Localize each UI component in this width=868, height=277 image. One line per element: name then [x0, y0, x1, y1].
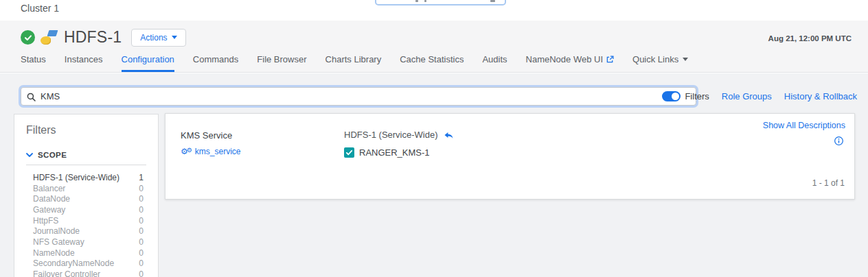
filters-panel: Filters SCOPE HDFS-1 (Service-Wide) 1 Ba…	[14, 114, 159, 277]
config-property-name: KMS Service	[181, 130, 232, 141]
scope-section-header[interactable]: SCOPE	[26, 151, 146, 159]
hdfs-flag-shape	[47, 30, 58, 36]
actions-button-label: Actions	[140, 33, 167, 43]
scope-filter-count: 0	[139, 184, 144, 193]
role-groups-link[interactable]: Role Groups	[722, 91, 772, 101]
hdfs-service-icon	[40, 30, 58, 45]
tab-charts-library[interactable]: Charts Library	[326, 54, 382, 72]
tab-cache-statistics[interactable]: Cache Statistics	[400, 54, 464, 72]
tab-quick-links-label: Quick Links	[632, 54, 678, 64]
scope-filter-datanode[interactable]: DataNode 0	[26, 193, 146, 204]
tab-audits[interactable]: Audits	[482, 54, 507, 72]
cutoff-artifact	[415, 0, 418, 2]
health-good-check-icon	[21, 30, 35, 45]
tab-bar: Status Instances Configuration Commands …	[21, 54, 688, 72]
current-time: Aug 21, 12:00 PM UTC	[768, 34, 852, 43]
filters-toggle[interactable]	[662, 91, 681, 101]
config-results-panel: Show All Descriptions KMS Service ⚙⚙ kms…	[165, 113, 855, 200]
search-input[interactable]	[21, 87, 696, 106]
scope-filter-httpfs[interactable]: HttpFS 0	[26, 215, 146, 226]
scope-filter-label: HDFS-1 (Service-Wide)	[33, 173, 119, 182]
breadcrumb-cluster[interactable]: Cluster 1	[21, 3, 59, 14]
config-toolbar: Filters Role Groups History & Rollback	[662, 91, 857, 101]
filters-panel-title: Filters	[26, 124, 146, 136]
cutoff-artifact	[424, 0, 426, 2]
cutoff-popover[interactable]	[375, 0, 506, 5]
tab-quick-links[interactable]: Quick Links	[632, 54, 688, 72]
scope-filter-count: 0	[139, 205, 144, 215]
scope-filter-count: 0	[139, 216, 144, 226]
chevron-down-icon	[683, 58, 688, 61]
scope-section-label: SCOPE	[38, 151, 67, 159]
gears-icon: ⚙⚙	[181, 147, 192, 156]
config-value-checkbox-row: RANGER_KMS-1	[344, 147, 430, 158]
scope-filter-failover-controller[interactable]: Failover Controller 0	[26, 269, 146, 277]
scope-filter-count: 0	[139, 194, 144, 204]
tab-instances[interactable]: Instances	[65, 54, 103, 72]
kms-checkbox[interactable]	[344, 147, 354, 158]
scope-filter-label: NFS Gateway	[33, 237, 84, 247]
chevron-down-icon	[26, 152, 33, 158]
scope-filter-label: Balancer	[33, 184, 65, 193]
tab-namenode-web-ui-label: NameNode Web UI	[526, 54, 603, 64]
scope-filter-balancer[interactable]: Balancer 0	[26, 183, 146, 194]
scope-filter-label: HttpFS	[33, 216, 58, 226]
scope-filter-label: JournalNode	[33, 226, 80, 236]
scope-filter-label: DataNode	[33, 194, 70, 204]
external-link-icon	[606, 56, 614, 63]
tab-commands[interactable]: Commands	[193, 54, 238, 72]
service-header: HDFS-1 Actions Aug 21, 12:00 PM UTC Stat…	[0, 21, 868, 73]
pagination-status: 1 - 1 of 1	[812, 178, 845, 188]
actions-button[interactable]: Actions	[131, 29, 185, 47]
search-icon	[27, 92, 36, 104]
scope-filter-nfs-gateway[interactable]: NFS Gateway 0	[26, 237, 146, 248]
scope-filter-count: 0	[139, 237, 144, 247]
scope-filter-hdfs-service-wide[interactable]: HDFS-1 (Service-Wide) 1	[26, 172, 146, 183]
scope-filter-label: Failover Controller	[33, 269, 100, 277]
tab-namenode-web-ui[interactable]: NameNode Web UI	[526, 54, 614, 72]
scope-filter-label: SecondaryNameNode	[33, 258, 114, 268]
show-all-descriptions-link[interactable]: Show All Descriptions	[763, 121, 845, 130]
config-search	[21, 87, 696, 106]
configuration-content: Filters Role Groups History & Rollback F…	[0, 73, 868, 277]
scope-value-label: HDFS-1 (Service-Wide)	[344, 130, 438, 140]
toggle-knob	[672, 93, 679, 100]
scope-filter-gateway[interactable]: Gateway 0	[26, 204, 146, 215]
scope-filter-label: NameNode	[33, 248, 75, 258]
filters-toggle-group: Filters	[662, 91, 709, 101]
scope-filter-count: 0	[139, 269, 144, 277]
scope-filter-count: 1	[139, 173, 144, 182]
kms-service-property-link[interactable]: kms_service	[195, 147, 241, 156]
service-title-row: HDFS-1 Actions	[21, 28, 186, 47]
kms-checkbox-label: RANGER_KMS-1	[359, 147, 430, 158]
config-value-scope: HDFS-1 (Service-Wide)	[344, 130, 454, 140]
scope-filter-namenode[interactable]: NameNode 0	[26, 248, 146, 258]
cutoff-artifact	[490, 0, 495, 2]
chevron-down-icon	[172, 36, 177, 39]
scope-filter-count: 0	[139, 258, 144, 268]
tab-configuration[interactable]: Configuration	[122, 54, 174, 72]
revert-arrow-icon[interactable]	[444, 130, 454, 140]
info-icon[interactable]	[834, 136, 844, 146]
scope-filter-label: Gateway	[33, 205, 65, 215]
page-title: HDFS-1	[64, 28, 122, 47]
history-rollback-link[interactable]: History & Rollback	[784, 91, 857, 101]
tab-file-browser[interactable]: File Browser	[257, 54, 306, 72]
tab-status[interactable]: Status	[21, 54, 46, 72]
scope-filter-journalnode[interactable]: JournalNode 0	[26, 226, 146, 237]
scope-filter-secondarynamenode[interactable]: SecondaryNameNode 0	[26, 258, 146, 269]
filters-toggle-label: Filters	[685, 91, 709, 101]
divider	[26, 165, 146, 165]
config-property-id: ⚙⚙ kms_service	[181, 147, 241, 156]
scope-filter-count: 0	[139, 226, 144, 236]
hdfs-elephant-shape	[41, 36, 51, 45]
scope-filter-count: 0	[139, 248, 144, 258]
